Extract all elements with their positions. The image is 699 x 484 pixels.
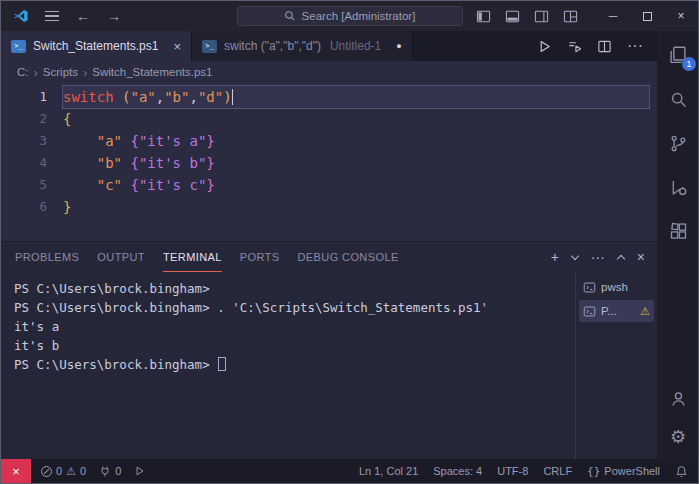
language-mode-status[interactable]: {} PowerShell xyxy=(587,465,660,478)
bottom-panel: PROBLEMSOUTPUTTERMINALPORTSDEBUG CONSOLE… xyxy=(1,241,657,459)
status-bar: × 0 ⚠ 0 0 Ln 1, Col 21 Spaces: 4 UTF-8 C… xyxy=(1,459,698,483)
run-script-icon[interactable] xyxy=(537,39,552,54)
problems-status[interactable]: 0 ⚠ 0 xyxy=(41,465,86,477)
errors-icon xyxy=(41,466,52,477)
search-text: Search [Administrator] xyxy=(302,10,416,22)
terminal-output[interactable]: PS C:\Users\brock.bingham>PS C:\Users\br… xyxy=(1,272,575,459)
minimize-button[interactable]: ─ xyxy=(596,1,630,31)
more-actions-icon[interactable]: ··· xyxy=(627,37,643,55)
terminal-dropdown-icon[interactable] xyxy=(571,251,579,259)
line-number: 6 xyxy=(1,196,63,218)
title-bar: ← → Search [Administrator] xyxy=(1,1,698,31)
panel-tab-output[interactable]: OUTPUT xyxy=(97,242,145,272)
toggle-primary-sidebar-icon[interactable] xyxy=(473,5,493,27)
panel-tab-terminal[interactable]: TERMINAL xyxy=(163,242,222,272)
back-icon[interactable]: ← xyxy=(73,5,93,27)
warning-icon: ⚠ xyxy=(640,305,650,318)
panel-tab-problems[interactable]: PROBLEMS xyxy=(15,242,79,272)
terminal-list-item[interactable]: P...⚠ xyxy=(579,300,654,322)
close-panel-icon[interactable]: × xyxy=(637,249,645,265)
terminal-line: it's b xyxy=(14,336,575,355)
code-text: switch ("a","b","d") xyxy=(63,86,649,108)
terminal-list: pwshP...⚠ xyxy=(575,272,657,459)
customize-layout-icon[interactable] xyxy=(560,5,580,27)
eol-status[interactable]: CRLF xyxy=(543,465,572,477)
tab-secondary-label: Untitled-1 xyxy=(330,39,381,53)
tab-switch-statements[interactable]: >_ Switch_Statements.ps1 × xyxy=(1,31,192,61)
line-number: 5 xyxy=(1,174,63,196)
close-tab-icon[interactable]: × xyxy=(173,40,181,53)
code-line[interactable]: 4 "b" {"it's b"} xyxy=(1,152,657,174)
terminal-line: PS C:\Users\brock.bingham> xyxy=(14,279,575,298)
toggle-panel-icon[interactable] xyxy=(502,5,522,27)
text-cursor xyxy=(232,89,234,105)
code-text: "a" {"it's a"} xyxy=(63,130,649,152)
panel-tab-debug-console[interactable]: DEBUG CONSOLE xyxy=(298,242,399,272)
breadcrumb-item[interactable]: Scripts xyxy=(43,66,78,78)
run-below-icon[interactable] xyxy=(567,39,582,54)
ports-plug-icon xyxy=(99,465,111,477)
remote-indicator-button[interactable]: × xyxy=(1,459,31,483)
code-line[interactable]: 6} xyxy=(1,196,657,218)
code-line[interactable]: 1switch ("a","b","d") xyxy=(1,86,657,108)
indentation-status[interactable]: Spaces: 4 xyxy=(433,465,482,477)
terminal-icon xyxy=(583,281,596,294)
maximize-button[interactable] xyxy=(630,1,664,31)
explorer-badge: 1 xyxy=(682,57,696,71)
explorer-icon[interactable]: 1 xyxy=(666,43,690,67)
code-text: { xyxy=(63,108,649,130)
terminal-list-item[interactable]: pwsh xyxy=(579,276,654,298)
menu-icon[interactable] xyxy=(42,5,62,27)
breadcrumb: C:›Scripts›Switch_Statements.ps1 xyxy=(1,61,657,83)
code-line[interactable]: 2{ xyxy=(1,108,657,130)
editor-code[interactable]: 1switch ("a","b","d")2{3 "a" {"it's a"}4… xyxy=(1,83,657,241)
panel-more-icon[interactable]: ··· xyxy=(591,249,605,265)
command-center-search[interactable]: Search [Administrator] xyxy=(237,6,463,26)
code-line[interactable]: 3 "a" {"it's a"} xyxy=(1,130,657,152)
search-icon xyxy=(284,10,296,22)
terminal-list-label: pwsh xyxy=(601,281,628,293)
extensions-icon[interactable] xyxy=(666,219,690,243)
breadcrumb-chevron-icon: › xyxy=(83,65,87,80)
line-number: 3 xyxy=(1,130,63,152)
run-debug-icon[interactable] xyxy=(666,175,690,199)
vscode-window: ← → Search [Administrator] xyxy=(0,0,699,484)
breadcrumb-item[interactable]: Switch_Statements.ps1 xyxy=(92,66,212,78)
notifications-bell-icon[interactable] xyxy=(675,465,688,478)
panel-tabs: PROBLEMSOUTPUTTERMINALPORTSDEBUG CONSOLE xyxy=(15,242,417,272)
settings-gear-icon[interactable]: ⚙ xyxy=(666,425,690,449)
maximize-panel-icon[interactable] xyxy=(617,254,625,262)
warnings-count: 0 xyxy=(80,465,86,477)
ports-status[interactable]: 0 xyxy=(99,465,121,477)
errors-count: 0 xyxy=(56,465,62,477)
terminal-line: PS C:\Users\brock.bingham> xyxy=(14,355,575,374)
close-window-button[interactable]: × xyxy=(664,1,698,31)
account-icon[interactable] xyxy=(666,386,690,410)
launch-icon xyxy=(134,465,146,477)
cursor-position-status[interactable]: Ln 1, Col 21 xyxy=(359,465,418,477)
source-control-icon[interactable] xyxy=(666,131,690,155)
powershell-file-icon: >_ xyxy=(202,40,217,53)
forward-icon[interactable]: → xyxy=(104,5,124,27)
toggle-secondary-sidebar-icon[interactable] xyxy=(531,5,551,27)
code-line[interactable]: 5 "c" {"it's c"} xyxy=(1,174,657,196)
split-editor-icon[interactable] xyxy=(597,39,612,54)
language-label: PowerShell xyxy=(604,465,660,477)
terminal-line: it's a xyxy=(14,317,575,336)
line-number: 2 xyxy=(1,108,63,130)
terminal-list-label: P... xyxy=(601,305,617,317)
terminal-icon xyxy=(583,305,596,318)
code-text: } xyxy=(63,196,649,218)
launch-status[interactable] xyxy=(134,465,146,477)
panel-tab-ports[interactable]: PORTS xyxy=(240,242,280,272)
search-sidebar-icon[interactable] xyxy=(666,87,690,111)
activity-bar: 1 ⚙ xyxy=(658,31,698,459)
tab-untitled-1[interactable]: >_ switch ("a","b","d") Untitled-1 ● xyxy=(192,31,413,61)
new-terminal-icon[interactable]: + xyxy=(551,249,559,265)
modified-dot-icon[interactable]: ● xyxy=(396,41,401,51)
encoding-status[interactable]: UTF-8 xyxy=(497,465,528,477)
tab-label: Switch_Statements.ps1 xyxy=(33,39,158,53)
breadcrumb-item[interactable]: C: xyxy=(17,66,29,78)
code-text: "c" {"it's c"} xyxy=(63,174,649,196)
editor-tab-bar: >_ Switch_Statements.ps1 × >_ switch ("a… xyxy=(1,31,657,61)
